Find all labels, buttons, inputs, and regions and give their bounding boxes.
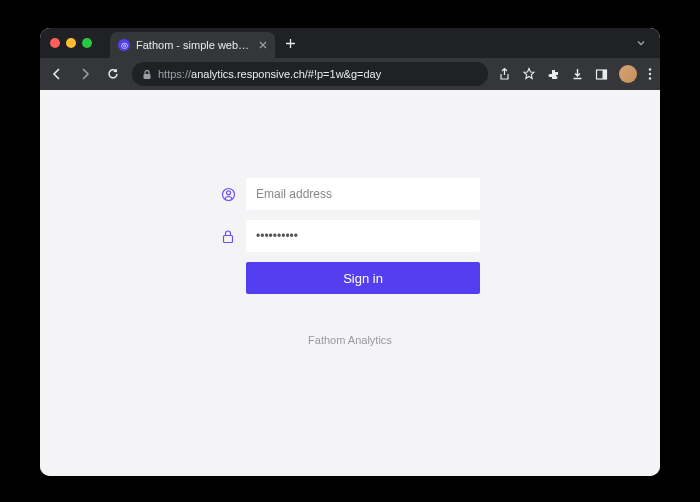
bookmark-star-icon[interactable] bbox=[522, 67, 536, 81]
tab-title: Fathom - simple website analy bbox=[136, 39, 253, 51]
window-fullscreen-button[interactable] bbox=[82, 38, 92, 48]
window-close-button[interactable] bbox=[50, 38, 60, 48]
downloads-icon[interactable] bbox=[571, 68, 584, 81]
svg-point-5 bbox=[649, 77, 651, 79]
reload-button[interactable] bbox=[104, 67, 122, 81]
svg-rect-2 bbox=[603, 70, 607, 79]
toolbar-actions bbox=[498, 65, 652, 83]
url-text: https://analytics.responsive.ch/#!p=1w&g… bbox=[158, 68, 381, 80]
svg-point-4 bbox=[649, 73, 651, 75]
extensions-icon[interactable] bbox=[547, 68, 560, 81]
menu-kebab-icon[interactable] bbox=[648, 67, 652, 81]
profile-avatar[interactable] bbox=[619, 65, 637, 83]
lock-icon bbox=[142, 69, 152, 80]
favicon-icon: ◎ bbox=[118, 39, 130, 51]
browser-tab[interactable]: ◎ Fathom - simple website analy bbox=[110, 32, 275, 58]
page-content: Sign in Fathom Analytics bbox=[40, 90, 660, 476]
panel-icon[interactable] bbox=[595, 68, 608, 81]
password-row bbox=[220, 220, 480, 252]
new-tab-button[interactable] bbox=[285, 38, 305, 49]
titlebar: ◎ Fathom - simple website analy bbox=[40, 28, 660, 58]
tabs-dropdown-button[interactable] bbox=[636, 38, 646, 48]
lock-icon bbox=[220, 229, 236, 244]
tab-close-button[interactable] bbox=[259, 41, 267, 49]
svg-rect-8 bbox=[224, 235, 233, 242]
svg-rect-0 bbox=[144, 74, 151, 79]
address-bar[interactable]: https://analytics.responsive.ch/#!p=1w&g… bbox=[132, 62, 488, 86]
footer-label: Fathom Analytics bbox=[308, 334, 392, 346]
email-field[interactable] bbox=[246, 178, 480, 210]
user-icon bbox=[220, 187, 236, 202]
window-minimize-button[interactable] bbox=[66, 38, 76, 48]
browser-toolbar: https://analytics.responsive.ch/#!p=1w&g… bbox=[40, 58, 660, 90]
traffic-lights bbox=[50, 38, 92, 48]
svg-point-3 bbox=[649, 68, 651, 70]
back-button[interactable] bbox=[48, 67, 66, 81]
forward-button[interactable] bbox=[76, 67, 94, 81]
share-icon[interactable] bbox=[498, 68, 511, 81]
password-field[interactable] bbox=[246, 220, 480, 252]
email-row bbox=[220, 178, 480, 210]
svg-point-7 bbox=[226, 190, 230, 194]
signin-form: Sign in bbox=[220, 178, 480, 294]
browser-window: ◎ Fathom - simple website analy bbox=[40, 28, 660, 476]
tab-strip: ◎ Fathom - simple website analy bbox=[110, 28, 636, 58]
signin-button[interactable]: Sign in bbox=[246, 262, 480, 294]
